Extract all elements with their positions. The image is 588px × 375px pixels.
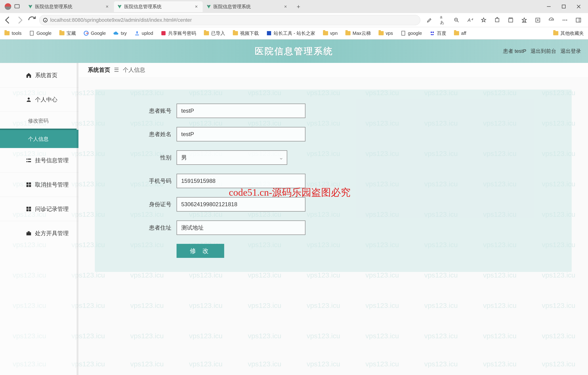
tool-icon [266, 30, 272, 36]
bookmark-label: Google [36, 31, 52, 36]
sidebar-item-7[interactable]: 处方开具管理 [0, 221, 78, 245]
close-icon[interactable]: ✕ [194, 4, 199, 9]
sidebar-item-6[interactable]: 问诊记录管理 [0, 197, 78, 221]
bookmark-0[interactable]: tools [3, 30, 23, 37]
input-address[interactable] [177, 221, 305, 235]
bookmark-3[interactable]: Google [82, 30, 107, 37]
maximize-button[interactable] [561, 4, 567, 9]
close-icon[interactable]: ✕ [283, 4, 288, 9]
svg-rect-13 [509, 19, 513, 22]
label-account: 患者账号 [123, 107, 177, 115]
minimize-button[interactable] [546, 4, 552, 9]
sidebar-item-2[interactable]: 修改密码 [0, 111, 78, 130]
bookmark-10[interactable]: vpn [321, 30, 339, 37]
tab-list-icon[interactable] [14, 3, 20, 10]
input-idcard[interactable] [177, 197, 305, 212]
breadcrumb-current: 个人信息 [123, 66, 145, 74]
form-row-gender: 性别 男 ⌄ [123, 150, 544, 165]
input-phone[interactable] [177, 174, 305, 188]
grid-icon [26, 206, 32, 212]
sidebar-item-0[interactable]: 系统首页 [0, 63, 78, 87]
extensions-icon[interactable] [494, 17, 500, 23]
bookmark-other[interactable]: 其他收藏夹 [552, 29, 585, 37]
browser-tab-1[interactable]: 医院信息管理系统 ✕ [114, 1, 203, 12]
more-icon[interactable] [562, 17, 568, 23]
browser-tab-2[interactable]: 医院信息管理系统 ✕ [203, 1, 292, 12]
close-window-button[interactable] [576, 4, 581, 9]
folder-icon [4, 30, 10, 36]
input-name[interactable] [177, 127, 305, 142]
translate-icon[interactable]: aあ [440, 17, 446, 23]
browser-tab-0[interactable]: 医院信息管理系统 ✕ [25, 1, 114, 12]
page-icon [400, 30, 406, 36]
label-idcard: 身份证号 [123, 201, 177, 208]
sidebar-item-label: 处方开具管理 [35, 230, 69, 237]
input-account[interactable] [177, 104, 305, 118]
bookmark-label: 其他收藏夹 [560, 30, 584, 36]
reader-icon[interactable]: A⁴ [467, 17, 473, 23]
bookmark-11[interactable]: Max云梯 [344, 29, 372, 37]
sidebar-item-4[interactable]: 挂号信息管理 [0, 148, 78, 172]
breadcrumb-root[interactable]: 系统首页 [88, 66, 110, 74]
bookmark-label: vpn [330, 31, 338, 36]
forward-button[interactable] [15, 15, 25, 25]
favorite-icon[interactable] [481, 17, 487, 23]
form-row-account: 患者账号 [123, 104, 544, 118]
sidebar-item-5[interactable]: 取消挂号管理 [0, 172, 78, 197]
bookmark-7[interactable]: 已导入 [202, 29, 227, 37]
bookmark-8[interactable]: 视频下载 [231, 29, 260, 37]
bookmark-12[interactable]: vps [377, 30, 394, 37]
profile-icon[interactable] [5, 3, 11, 10]
performance-icon[interactable] [548, 17, 554, 23]
close-icon[interactable]: ✕ [105, 4, 109, 9]
bookmark-label: Google [91, 31, 106, 36]
new-tab-button[interactable]: + [294, 2, 303, 11]
select-gender[interactable]: 男 ⌄ [177, 150, 287, 165]
bookmark-6[interactable]: 共享账号密码 [159, 29, 198, 37]
vue-favicon [206, 4, 211, 9]
bookmark-label: 已导入 [211, 30, 225, 36]
logout-link[interactable]: 退出登录 [560, 48, 581, 55]
cloud-icon [113, 30, 119, 36]
vue-favicon [28, 4, 33, 9]
favorites-bar-icon[interactable] [521, 17, 527, 23]
chevron-down-icon: ⌄ [279, 154, 284, 161]
sidebar-item-label: 挂号信息管理 [35, 157, 69, 164]
svg-rect-43 [26, 232, 31, 235]
to-front-link[interactable]: 退出到前台 [531, 48, 556, 55]
app-title: 医院信息管理系统 [255, 45, 333, 57]
bookmark-label: uplod [142, 31, 153, 36]
grid-icon [26, 182, 32, 188]
bookmark-label: Max云梯 [353, 30, 371, 36]
collections-icon[interactable] [508, 17, 514, 23]
bookmark-1[interactable]: Google [28, 30, 53, 37]
sidebar-item-label: 系统首页 [35, 72, 57, 79]
sidebar-item-label: 取消挂号管理 [35, 181, 69, 188]
downloads-icon[interactable] [535, 17, 541, 23]
user-role-label[interactable]: 患者 testP [503, 48, 526, 55]
site-info-icon[interactable] [43, 18, 48, 23]
bookmark-14[interactable]: 百度 [428, 29, 448, 37]
folder-icon [553, 30, 559, 36]
edit-icon[interactable] [426, 17, 432, 23]
url-field[interactable]: localhost:8080/springboote9xw2/admin/dis… [39, 15, 420, 25]
zoom-icon[interactable] [453, 17, 460, 23]
bookmark-15[interactable]: aff [452, 30, 468, 37]
bookmark-label: 站长工具 - 站长之家 [274, 30, 315, 36]
bookmark-9[interactable]: 站长工具 - 站长之家 [265, 29, 317, 37]
sidebar-toggle-icon[interactable] [575, 17, 581, 23]
tab-title: 医院信息管理系统 [35, 3, 105, 10]
submit-button[interactable]: 修 改 [177, 244, 224, 258]
refresh-button[interactable] [27, 15, 37, 25]
svg-rect-31 [26, 158, 27, 159]
bookmark-2[interactable]: 宝藏 [58, 29, 77, 37]
sidebar-item-3[interactable]: 个人信息 [0, 130, 78, 148]
back-button[interactable] [3, 15, 13, 25]
bookmark-5[interactable]: uplod [133, 30, 155, 37]
bookmark-4[interactable]: txy [112, 30, 128, 37]
google-icon [83, 30, 89, 36]
svg-rect-40 [29, 207, 31, 209]
bookmark-13[interactable]: google [399, 30, 423, 37]
sidebar-item-1[interactable]: 个人中心 [0, 87, 78, 111]
bookmark-label: 百度 [437, 30, 446, 36]
